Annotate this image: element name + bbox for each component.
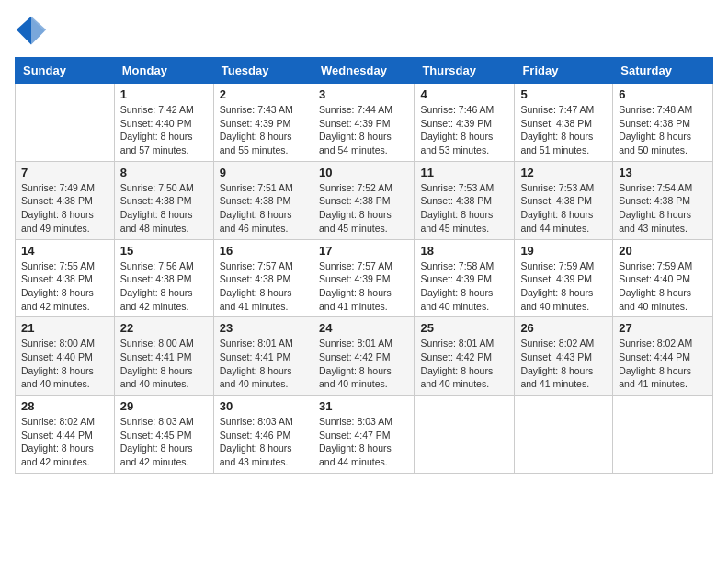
day-info: Sunrise: 7:43 AMSunset: 4:39 PMDaylight:… <box>220 103 307 157</box>
weekday-header-friday: Friday <box>515 58 613 84</box>
day-info: Sunrise: 7:50 AMSunset: 4:38 PMDaylight:… <box>120 181 208 236</box>
day-number: 3 <box>319 87 408 101</box>
day-number: 21 <box>21 321 108 335</box>
day-cell: 14Sunrise: 7:55 AMSunset: 4:38 PMDayligh… <box>16 239 115 317</box>
day-info: Sunrise: 7:59 AMSunset: 4:39 PMDaylight:… <box>520 259 607 314</box>
day-info: Sunrise: 8:03 AMSunset: 4:47 PMDaylight:… <box>319 415 408 469</box>
day-cell <box>415 396 515 474</box>
day-info: Sunrise: 7:47 AMSunset: 4:38 PMDaylight:… <box>520 103 607 157</box>
day-number: 11 <box>420 166 508 179</box>
weekday-header-saturday: Saturday <box>613 58 713 84</box>
day-number: 6 <box>619 87 707 101</box>
weekday-header-wednesday: Wednesday <box>313 58 414 84</box>
day-info: Sunrise: 8:02 AMSunset: 4:44 PMDaylight:… <box>21 415 108 469</box>
day-info: Sunrise: 7:48 AMSunset: 4:38 PMDaylight:… <box>619 103 707 157</box>
day-number: 22 <box>120 321 208 335</box>
day-number: 31 <box>319 399 408 413</box>
day-cell: 31Sunrise: 8:03 AMSunset: 4:47 PMDayligh… <box>313 396 414 474</box>
week-row-1: 1Sunrise: 7:42 AMSunset: 4:40 PMDaylight… <box>16 84 713 162</box>
day-number: 16 <box>220 244 307 258</box>
day-info: Sunrise: 7:55 AMSunset: 4:38 PMDaylight:… <box>21 259 108 314</box>
day-cell: 2Sunrise: 7:43 AMSunset: 4:39 PMDaylight… <box>213 84 313 162</box>
day-number: 9 <box>220 166 307 179</box>
day-number: 2 <box>220 87 307 101</box>
day-number: 25 <box>420 321 508 335</box>
day-info: Sunrise: 7:57 AMSunset: 4:39 PMDaylight:… <box>319 259 408 314</box>
day-number: 24 <box>319 321 408 335</box>
day-number: 7 <box>21 166 108 179</box>
day-number: 20 <box>619 244 707 258</box>
day-number: 18 <box>420 244 508 258</box>
day-cell: 4Sunrise: 7:46 AMSunset: 4:39 PMDaylight… <box>415 84 515 162</box>
day-cell: 19Sunrise: 7:59 AMSunset: 4:39 PMDayligh… <box>515 239 613 317</box>
day-info: Sunrise: 7:51 AMSunset: 4:38 PMDaylight:… <box>220 181 307 236</box>
day-info: Sunrise: 8:03 AMSunset: 4:45 PMDaylight:… <box>120 415 208 469</box>
day-info: Sunrise: 8:01 AMSunset: 4:42 PMDaylight:… <box>420 337 508 391</box>
day-cell: 29Sunrise: 8:03 AMSunset: 4:45 PMDayligh… <box>114 396 213 474</box>
day-cell <box>16 84 115 162</box>
day-info: Sunrise: 8:01 AMSunset: 4:41 PMDaylight:… <box>220 337 307 391</box>
day-info: Sunrise: 8:00 AMSunset: 4:41 PMDaylight:… <box>120 337 208 391</box>
day-info: Sunrise: 7:53 AMSunset: 4:38 PMDaylight:… <box>520 181 607 236</box>
day-cell: 10Sunrise: 7:52 AMSunset: 4:38 PMDayligh… <box>313 161 414 239</box>
day-cell: 22Sunrise: 8:00 AMSunset: 4:41 PMDayligh… <box>114 317 213 396</box>
day-number: 26 <box>520 321 607 335</box>
day-number: 27 <box>619 321 707 335</box>
day-cell: 23Sunrise: 8:01 AMSunset: 4:41 PMDayligh… <box>213 317 313 396</box>
day-number: 8 <box>120 166 208 179</box>
day-info: Sunrise: 7:46 AMSunset: 4:39 PMDaylight:… <box>420 103 508 157</box>
day-info: Sunrise: 7:49 AMSunset: 4:38 PMDaylight:… <box>21 181 108 236</box>
day-info: Sunrise: 7:53 AMSunset: 4:38 PMDaylight:… <box>420 181 508 236</box>
weekday-header-thursday: Thursday <box>415 58 515 84</box>
day-number: 17 <box>319 244 408 258</box>
day-number: 5 <box>520 87 607 101</box>
day-number: 23 <box>220 321 307 335</box>
logo <box>15 15 51 48</box>
day-cell <box>515 396 613 474</box>
day-number: 4 <box>420 87 508 101</box>
day-info: Sunrise: 7:59 AMSunset: 4:40 PMDaylight:… <box>619 259 707 314</box>
logo-icon <box>15 15 48 48</box>
day-cell: 26Sunrise: 8:02 AMSunset: 4:43 PMDayligh… <box>515 317 613 396</box>
day-number: 28 <box>21 399 108 413</box>
day-number: 12 <box>520 166 607 179</box>
day-number: 10 <box>319 166 408 179</box>
day-cell: 17Sunrise: 7:57 AMSunset: 4:39 PMDayligh… <box>313 239 414 317</box>
day-cell <box>613 396 713 474</box>
day-cell: 7Sunrise: 7:49 AMSunset: 4:38 PMDaylight… <box>16 161 115 239</box>
day-info: Sunrise: 8:03 AMSunset: 4:46 PMDaylight:… <box>220 415 307 469</box>
day-cell: 6Sunrise: 7:48 AMSunset: 4:38 PMDaylight… <box>613 84 713 162</box>
weekday-header-monday: Monday <box>114 58 213 84</box>
day-info: Sunrise: 7:52 AMSunset: 4:38 PMDaylight:… <box>319 181 408 236</box>
day-number: 13 <box>619 166 707 179</box>
day-cell: 16Sunrise: 7:57 AMSunset: 4:38 PMDayligh… <box>213 239 313 317</box>
day-cell: 20Sunrise: 7:59 AMSunset: 4:40 PMDayligh… <box>613 239 713 317</box>
day-cell: 15Sunrise: 7:56 AMSunset: 4:38 PMDayligh… <box>114 239 213 317</box>
svg-marker-2 <box>17 17 31 45</box>
day-number: 30 <box>220 399 307 413</box>
day-cell: 1Sunrise: 7:42 AMSunset: 4:40 PMDaylight… <box>114 84 213 162</box>
calendar-table: SundayMondayTuesdayWednesdayThursdayFrid… <box>15 57 713 474</box>
day-cell: 11Sunrise: 7:53 AMSunset: 4:38 PMDayligh… <box>415 161 515 239</box>
day-cell: 28Sunrise: 8:02 AMSunset: 4:44 PMDayligh… <box>16 396 115 474</box>
day-number: 29 <box>120 399 208 413</box>
day-number: 19 <box>520 244 607 258</box>
week-row-4: 21Sunrise: 8:00 AMSunset: 4:40 PMDayligh… <box>16 317 713 396</box>
day-info: Sunrise: 7:44 AMSunset: 4:39 PMDaylight:… <box>319 103 408 157</box>
day-info: Sunrise: 7:54 AMSunset: 4:38 PMDaylight:… <box>619 181 707 236</box>
svg-marker-1 <box>31 17 46 45</box>
day-info: Sunrise: 8:02 AMSunset: 4:43 PMDaylight:… <box>520 337 607 391</box>
day-info: Sunrise: 8:00 AMSunset: 4:40 PMDaylight:… <box>21 337 108 391</box>
day-info: Sunrise: 7:58 AMSunset: 4:39 PMDaylight:… <box>420 259 508 314</box>
day-info: Sunrise: 7:57 AMSunset: 4:38 PMDaylight:… <box>220 259 307 314</box>
day-number: 15 <box>120 244 208 258</box>
day-cell: 9Sunrise: 7:51 AMSunset: 4:38 PMDaylight… <box>213 161 313 239</box>
day-cell: 8Sunrise: 7:50 AMSunset: 4:38 PMDaylight… <box>114 161 213 239</box>
page-header <box>15 15 713 48</box>
day-info: Sunrise: 7:56 AMSunset: 4:38 PMDaylight:… <box>120 259 208 314</box>
day-info: Sunrise: 8:02 AMSunset: 4:44 PMDaylight:… <box>619 337 707 391</box>
week-row-5: 28Sunrise: 8:02 AMSunset: 4:44 PMDayligh… <box>16 396 713 474</box>
day-cell: 5Sunrise: 7:47 AMSunset: 4:38 PMDaylight… <box>515 84 613 162</box>
weekday-header-tuesday: Tuesday <box>213 58 313 84</box>
day-info: Sunrise: 8:01 AMSunset: 4:42 PMDaylight:… <box>319 337 408 391</box>
